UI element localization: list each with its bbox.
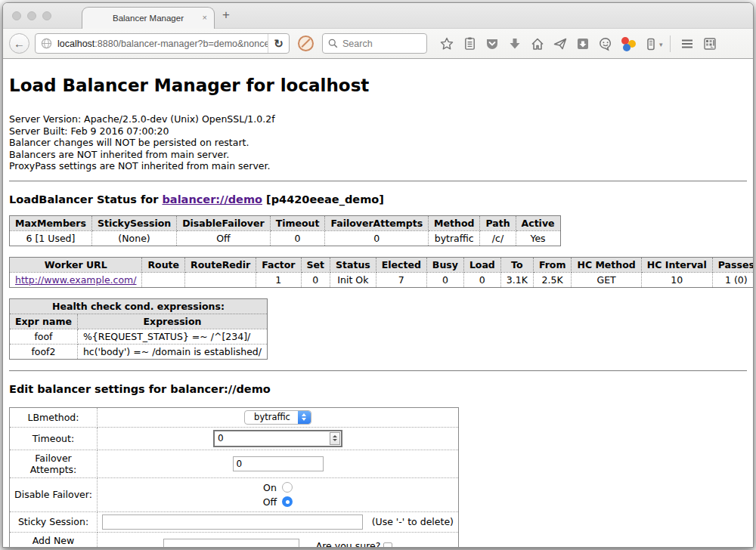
worker-url-link[interactable]: http://www.example.com/ (15, 274, 136, 286)
pocket-icon[interactable] (481, 33, 503, 54)
search-icon (328, 39, 338, 48)
worker-header-row: Worker URL Route RouteRedir Factor Set S… (10, 257, 754, 272)
chat-smiley-icon[interactable] (594, 33, 617, 54)
worker-data-row: http://www.example.com/ 1 0 Init Ok 7 0 … (10, 272, 754, 287)
maximize-window-button[interactable] (42, 11, 51, 20)
col-to: To (500, 257, 533, 272)
cell-failoverattempts: 0 (325, 230, 429, 246)
extension-grid-icon[interactable] (699, 33, 721, 54)
are-you-sure-label: Are you sure? (316, 540, 381, 547)
reload-icon[interactable]: ↻ (268, 34, 289, 53)
globe-icon (41, 38, 52, 49)
tab-close-icon[interactable]: × (203, 13, 207, 22)
window-controls (12, 11, 51, 20)
cell-status: Init Ok (330, 272, 376, 287)
col-busy: Busy (426, 257, 463, 272)
col-passes: Passes (712, 257, 753, 272)
reading-list-icon[interactable] (458, 33, 481, 54)
col-worker-url: Worker URL (10, 257, 142, 272)
radio-on-button[interactable] (282, 482, 293, 493)
loadbalancer-status-heading: LoadBalancer Status for balancer://demo … (9, 193, 747, 205)
col-method: Method (429, 215, 480, 230)
lbmethod-select[interactable]: bytraffic (244, 410, 311, 425)
col-active: Active (516, 215, 560, 230)
balancer-status-table: MaxMembers StickySession DisableFailover… (9, 215, 561, 246)
menu-hamburger-icon[interactable] (676, 33, 699, 54)
col-load: Load (463, 257, 500, 272)
health-row-foof2: foof2 hc('body') =~ /domain is establish… (10, 344, 268, 359)
cell-elected: 7 (376, 272, 426, 287)
content-blocked-icon[interactable] (298, 36, 314, 51)
failover-attempts-row: Failover Attempts: (10, 450, 459, 477)
number-spinner-icon[interactable] (330, 432, 340, 445)
timeout-row: Timeout: (10, 427, 459, 450)
tab-bar: Balancer Manager × + (3, 3, 753, 28)
inherit-note-line: Balancers are NOT inherited from main se… (9, 149, 747, 161)
tab-title: Balancer Manager (113, 14, 184, 23)
col-expression: Expression (77, 314, 267, 329)
timeout-input[interactable] (215, 433, 330, 443)
chevron-down-icon[interactable]: ▾ (659, 41, 663, 48)
sticky-session-input[interactable] (102, 514, 363, 530)
cell-disablefailover: Off (177, 230, 270, 246)
search-bar[interactable] (322, 33, 427, 54)
sticky-session-hint: (Use '-' to delete) (372, 516, 454, 527)
edit-settings-heading: Edit balancer settings for balancer://de… (9, 383, 747, 395)
cell-load: 0 (463, 272, 500, 287)
add-worker-row: Add New Worker: Are you sure? (10, 532, 459, 547)
radio-off-button[interactable] (282, 496, 293, 507)
are-you-sure-group: Are you sure? (316, 540, 393, 547)
cell-set: 0 (301, 272, 330, 287)
back-button[interactable]: ← (9, 33, 29, 54)
radio-off-label: Off (263, 495, 277, 509)
search-input[interactable] (342, 39, 421, 49)
add-worker-label: Add New Worker: (10, 532, 98, 547)
disable-failover-on-option[interactable]: On (101, 480, 455, 495)
cell-worker-url: http://www.example.com/ (10, 272, 142, 287)
download-icon[interactable] (503, 33, 526, 54)
col-disablefailover: DisableFailover (177, 215, 270, 230)
server-version-line: Server Version: Apache/2.5.0-dev (Unix) … (9, 113, 747, 125)
cell-timeout: 0 (270, 230, 325, 246)
col-routeredir: RouteRedir (185, 257, 256, 272)
tab-balancer-manager[interactable]: Balancer Manager × (82, 7, 215, 29)
colored-dots-icon[interactable] (617, 33, 640, 54)
cell-stickysession: (None) (91, 230, 176, 246)
col-expr-name: Expr name (10, 314, 78, 329)
status-heading-suffix: [p4420eeae_demo] (262, 193, 384, 205)
cell-passes: 1 (0) (712, 272, 753, 287)
disable-failover-off-option[interactable]: Off (101, 495, 455, 509)
col-hc-interval: HC Interval (641, 257, 712, 272)
home-icon[interactable] (526, 33, 549, 54)
new-tab-button[interactable]: + (222, 8, 230, 23)
cell-factor: 1 (256, 272, 301, 287)
minimize-window-button[interactable] (27, 11, 36, 20)
status-heading-prefix: LoadBalancer Status for (9, 193, 162, 205)
timeout-field-wrap (213, 430, 342, 447)
radio-on-label: On (263, 480, 277, 495)
bookmark-star-icon[interactable] (435, 33, 458, 54)
cell-busy: 0 (426, 272, 463, 287)
lbmethod-label: LBmethod: (10, 407, 98, 427)
col-hc-method: HC Method (572, 257, 641, 272)
sticky-session-row: Sticky Session: (Use '-' to delete) (10, 511, 459, 532)
col-failoverattempts: FailoverAttempts (325, 215, 429, 230)
sticky-session-label: Sticky Session: (10, 511, 98, 532)
url-text[interactable]: localhost:8880/balancer-manager?b=demo&n… (57, 39, 268, 49)
health-check-table: Health check cond. expressions: Expr nam… (9, 298, 268, 360)
add-worker-input[interactable] (163, 539, 299, 548)
save-page-icon[interactable] (572, 33, 594, 54)
cell-expr-name-2: foof2 (10, 344, 78, 359)
send-plane-icon[interactable] (549, 33, 572, 54)
col-path: Path (480, 215, 516, 230)
cell-to: 3.1K (500, 272, 533, 287)
close-window-button[interactable] (12, 11, 21, 20)
cell-expression-1: %{REQUEST_STATUS} =~ /^[234]/ (77, 329, 267, 344)
failover-attempts-label: Failover Attempts: (10, 450, 98, 477)
balancer-demo-link[interactable]: balancer://demo (162, 193, 262, 205)
are-you-sure-checkbox[interactable] (383, 542, 392, 548)
col-set: Set (301, 257, 330, 272)
url-bar[interactable]: localhost:8880/balancer-manager?b=demo&n… (35, 33, 290, 54)
proxypass-note-line: ProxyPass settings are NOT inherited fro… (9, 160, 747, 172)
failover-attempts-input[interactable] (233, 456, 324, 471)
